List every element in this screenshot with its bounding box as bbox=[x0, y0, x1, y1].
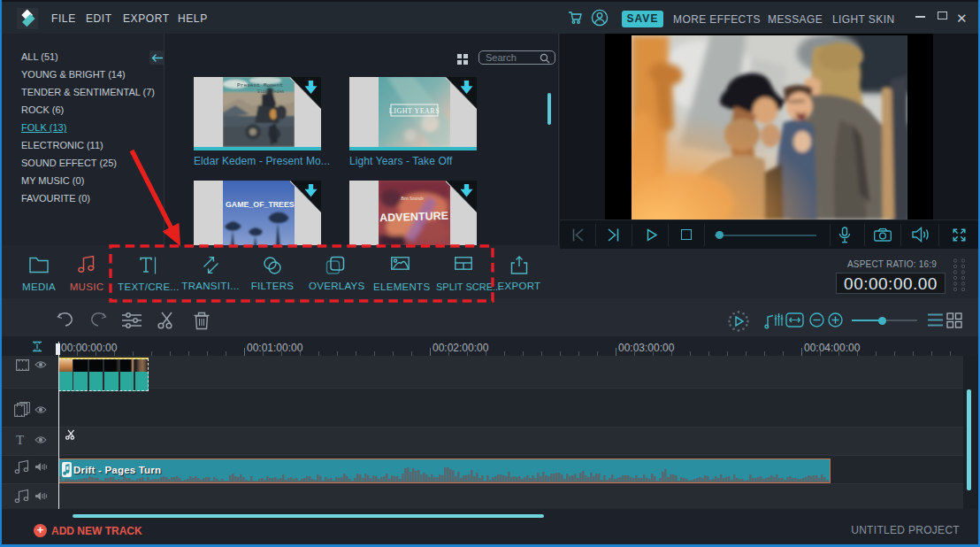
svg-text:Eldar Kedem: Eldar Kedem bbox=[257, 89, 284, 94]
svg-text:ADVENTURE: ADVENTURE bbox=[379, 209, 448, 224]
svg-text:Ben Sounds: Ben Sounds bbox=[401, 196, 424, 201]
svg-text:Present Moment: Present Moment bbox=[237, 82, 283, 89]
svg-text:LIGHT YEARS: LIGHT YEARS bbox=[389, 107, 440, 115]
svg-text:GAME_OF_TREES: GAME_OF_TREES bbox=[226, 200, 295, 209]
